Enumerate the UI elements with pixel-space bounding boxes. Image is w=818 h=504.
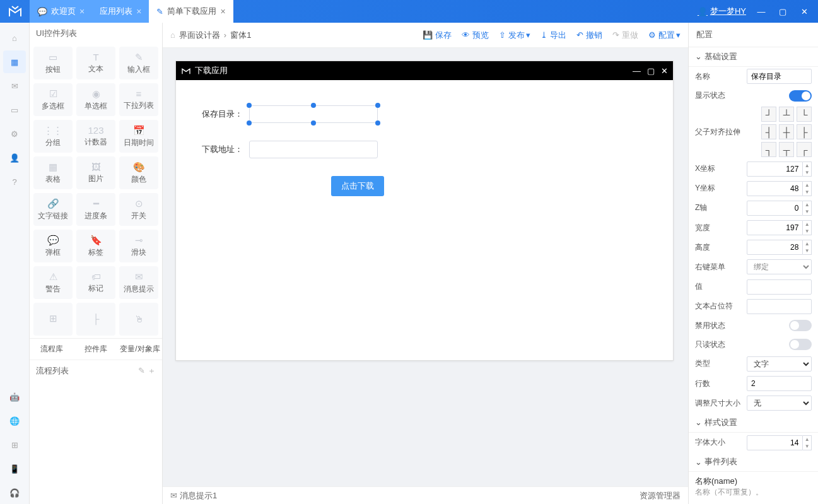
prop-fontsize-input[interactable] <box>747 435 803 450</box>
widget-item[interactable]: 🖱 <box>119 303 158 336</box>
resource-manager-link[interactable]: 资源管理器 <box>640 490 681 501</box>
widget-item[interactable]: ☑多选框 <box>33 83 73 116</box>
minimize-button[interactable]: — <box>755 7 768 16</box>
rail-box-icon[interactable]: ▭ <box>3 98 26 121</box>
widget-item[interactable]: ✉消息提示 <box>119 266 158 299</box>
tab-welcome[interactable]: 💬 欢迎页 × <box>30 0 92 23</box>
preview-button[interactable]: 👁预览 <box>462 30 489 41</box>
prop-placeholder-input[interactable] <box>747 299 812 314</box>
widget-item[interactable]: ⊙开关 <box>119 193 158 226</box>
rail-support-icon[interactable]: 🎧 <box>3 481 26 504</box>
design-canvas[interactable]: 下载应用 — ▢ ✕ 保存目录： <box>163 48 688 486</box>
rail-gear-icon[interactable]: ⚙ <box>3 122 26 145</box>
libtab-widget[interactable]: 控件库 <box>74 339 118 360</box>
prop-type-select[interactable]: 文字 <box>747 356 812 372</box>
prop-resize-select[interactable]: 无 <box>747 396 812 411</box>
widget-item[interactable]: ⋮⋮分组 <box>33 120 73 153</box>
rail-robot-icon[interactable]: 🤖 <box>3 385 26 408</box>
align-ml[interactable]: ┤ <box>761 124 776 139</box>
widget-item[interactable]: ≡下拉列表 <box>119 83 158 116</box>
widget-item[interactable]: T文本 <box>76 47 115 79</box>
close-icon[interactable]: ✕ <box>661 66 668 76</box>
rail-mobile-icon[interactable]: 📱 <box>3 457 26 480</box>
publish-button[interactable]: ⇧发布▾ <box>499 30 530 41</box>
prop-ctxmenu-select[interactable]: 绑定 <box>747 259 812 274</box>
widget-item[interactable]: 🔖标签 <box>76 230 115 262</box>
rail-grid-icon[interactable]: ▦ <box>3 50 26 73</box>
widget-item[interactable]: ━进度条 <box>76 193 115 226</box>
rail-home-icon[interactable]: ⌂ <box>3 26 26 49</box>
download-url-input[interactable] <box>249 141 378 158</box>
widget-item[interactable]: ├ <box>76 303 115 336</box>
prop-name-input[interactable] <box>747 69 812 84</box>
rail-user-icon[interactable]: 👤 <box>3 146 26 169</box>
resize-handle[interactable] <box>247 103 252 108</box>
close-button[interactable]: ✕ <box>798 7 810 16</box>
widget-item[interactable]: 🔗文字链接 <box>33 193 73 226</box>
widget-item[interactable]: 💬弹框 <box>33 230 73 262</box>
widget-item[interactable]: 🏷标记 <box>76 266 115 299</box>
prop-disabled-toggle[interactable] <box>789 320 812 331</box>
widget-item[interactable]: ✎输入框 <box>119 47 158 79</box>
section-events[interactable]: ⌄事件列表 <box>689 452 818 472</box>
widget-item[interactable]: ▦表格 <box>33 156 73 189</box>
widget-item[interactable]: 123计数器 <box>76 120 115 153</box>
section-style[interactable]: ⌄样式设置 <box>689 413 818 433</box>
export-button[interactable]: ⤓导出 <box>540 30 566 41</box>
prop-z-input[interactable] <box>747 201 803 216</box>
minimize-icon[interactable]: — <box>633 66 641 76</box>
config-button[interactable]: ⚙配置▾ <box>648 30 681 41</box>
align-mc[interactable]: ┼ <box>779 124 794 139</box>
close-icon[interactable]: × <box>136 6 141 16</box>
widget-item[interactable]: ⊸滑块 <box>119 230 158 262</box>
prop-h-input[interactable] <box>747 240 803 255</box>
undo-button[interactable]: ↶撤销 <box>576 30 602 41</box>
section-basic[interactable]: ⌄基础设置 <box>689 47 818 67</box>
align-bl[interactable]: ┐ <box>761 142 776 157</box>
resize-handle[interactable] <box>247 120 252 126</box>
prop-readonly-toggle[interactable] <box>789 339 812 350</box>
widget-item[interactable]: ⊞ <box>33 303 73 336</box>
widget-item[interactable]: 🖼图片 <box>76 156 115 189</box>
tab-applist[interactable]: 应用列表 × <box>92 0 149 23</box>
resize-handle[interactable] <box>375 103 380 108</box>
resize-handle[interactable] <box>311 120 316 126</box>
prop-visible-toggle[interactable] <box>789 90 812 102</box>
rail-help-icon[interactable]: ? <box>3 170 26 193</box>
close-icon[interactable]: × <box>79 6 85 16</box>
status-message[interactable]: 消息提示1 <box>180 490 217 501</box>
widget-item[interactable]: ⚠警告 <box>33 266 73 299</box>
align-mr[interactable]: ├ <box>797 124 812 139</box>
user-link[interactable]: 👤 梦一梦HY <box>698 6 746 17</box>
align-tr[interactable]: └ <box>797 107 812 122</box>
prop-w-input[interactable] <box>747 220 803 235</box>
selected-input-wrap[interactable] <box>249 105 378 123</box>
align-tc[interactable]: ┴ <box>779 107 794 122</box>
resize-handle[interactable] <box>375 120 380 126</box>
rail-globe-icon[interactable]: 🌐 <box>3 409 26 432</box>
widget-item[interactable]: ▭按钮 <box>33 47 73 79</box>
rail-windows-icon[interactable]: ⊞ <box>3 433 26 456</box>
prop-value-input[interactable] <box>747 279 812 295</box>
save-button[interactable]: 💾保存 <box>423 30 452 41</box>
align-bc[interactable]: ┬ <box>779 142 794 157</box>
close-icon[interactable]: × <box>220 6 225 16</box>
widget-item[interactable]: 🎨颜色 <box>119 156 158 189</box>
maximize-button[interactable]: ▢ <box>776 7 789 16</box>
align-br[interactable]: ┌ <box>797 142 812 157</box>
edit-icon[interactable]: ✎ <box>138 366 145 375</box>
libtab-flow[interactable]: 流程库 <box>30 339 74 360</box>
rail-mail-icon[interactable]: ✉ <box>3 74 26 97</box>
libtab-var[interactable]: 变量/对象库 <box>118 339 162 360</box>
resize-handle[interactable] <box>311 103 316 108</box>
widget-item[interactable]: 📅日期时间 <box>119 120 158 153</box>
align-tl[interactable]: ┘ <box>761 107 776 122</box>
prop-x-input[interactable] <box>747 161 803 177</box>
prop-rows-input[interactable] <box>747 376 812 391</box>
add-icon[interactable]: ＋ <box>148 366 156 375</box>
prop-y-input[interactable] <box>747 181 803 196</box>
widget-item[interactable]: ◉单选框 <box>76 83 115 116</box>
tab-download-app[interactable]: ✎ 简单下载应用 × <box>149 0 233 23</box>
download-button[interactable]: 点击下载 <box>331 176 384 196</box>
maximize-icon[interactable]: ▢ <box>647 66 655 76</box>
